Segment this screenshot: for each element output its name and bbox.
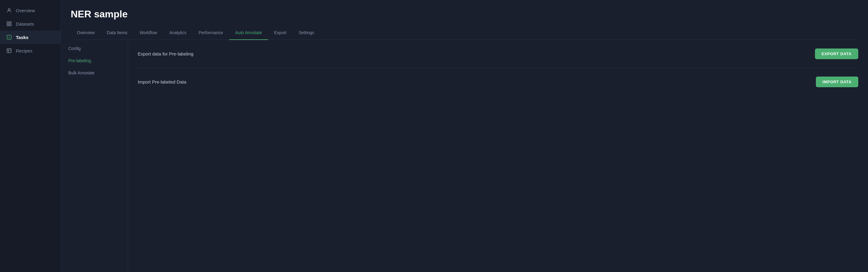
svg-rect-2 <box>10 22 11 23</box>
export-row: Export data for Pre-labeling EXPORT DATA <box>138 40 858 68</box>
sub-sidebar: Config Pre-labeling Bulk Annotate <box>61 40 128 272</box>
svg-rect-4 <box>10 24 11 26</box>
import-row: Import Pre-labeled Data IMPORT DATA <box>138 68 858 96</box>
svg-rect-3 <box>7 24 8 26</box>
import-data-button[interactable]: IMPORT DATA <box>816 77 859 87</box>
sidebar-item-recipes[interactable]: Recipes <box>0 44 61 57</box>
svg-point-0 <box>8 8 10 10</box>
sidebar-item-datasets-label: Datasets <box>16 21 34 27</box>
sub-sidebar-item-pre-labeling[interactable]: Pre-labeling <box>61 55 128 67</box>
tab-overview[interactable]: Overview <box>71 26 100 40</box>
tab-auto-annotate[interactable]: Auto Annotate <box>229 26 268 40</box>
sidebar-item-tasks-label: Tasks <box>16 35 28 40</box>
sidebar-item-tasks[interactable]: Tasks <box>0 30 61 44</box>
tab-workflow[interactable]: Workflow <box>133 26 163 40</box>
page-title: NER sample <box>71 8 858 20</box>
tab-performance[interactable]: Performance <box>192 26 229 40</box>
tab-export[interactable]: Export <box>268 26 292 40</box>
tasks-icon <box>6 34 12 40</box>
page-header: NER sample Overview Data Items Workflow … <box>61 0 868 40</box>
sidebar-item-recipes-label: Recipes <box>16 48 32 53</box>
content-area: Config Pre-labeling Bulk Annotate Export… <box>61 40 868 272</box>
svg-rect-1 <box>7 22 8 23</box>
import-row-label: Import Pre-labeled Data <box>138 79 186 85</box>
grid-icon <box>6 21 12 27</box>
sidebar: Overview Datasets Tasks <box>0 0 61 272</box>
tab-settings[interactable]: Settings <box>292 26 320 40</box>
tab-data-items[interactable]: Data Items <box>100 26 133 40</box>
sub-sidebar-item-config[interactable]: Config <box>61 42 128 55</box>
sub-sidebar-item-bulk-annotate[interactable]: Bulk Annotate <box>61 67 128 79</box>
export-row-label: Export data for Pre-labeling <box>138 51 193 56</box>
tab-bar: Overview Data Items Workflow Analytics P… <box>71 26 858 40</box>
main-panel: Export data for Pre-labeling EXPORT DATA… <box>128 40 868 272</box>
tab-analytics[interactable]: Analytics <box>163 26 192 40</box>
svg-rect-6 <box>7 49 11 53</box>
sidebar-item-datasets[interactable]: Datasets <box>0 17 61 30</box>
main-content: NER sample Overview Data Items Workflow … <box>61 0 868 272</box>
export-data-button[interactable]: EXPORT DATA <box>815 49 858 59</box>
sidebar-item-overview-label: Overview <box>16 8 35 13</box>
sidebar-item-overview[interactable]: Overview <box>0 4 61 17</box>
person-icon <box>6 7 12 13</box>
recipes-icon <box>6 48 12 54</box>
